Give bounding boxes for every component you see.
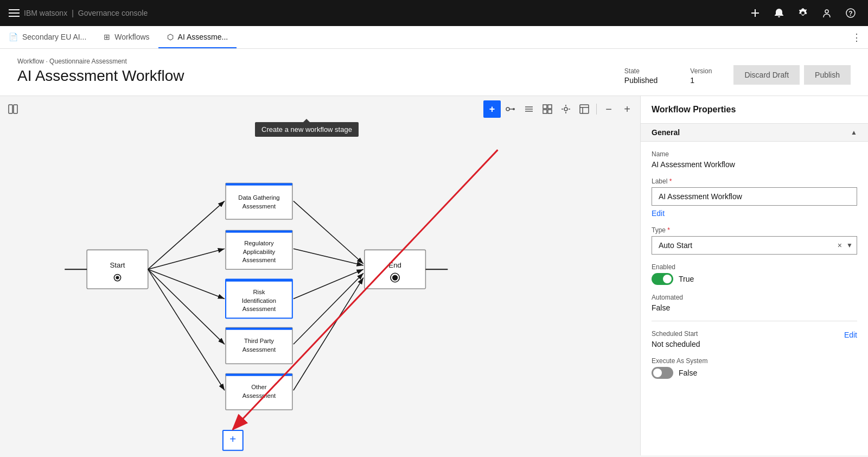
svg-point-55 (392, 275, 398, 280)
version-meta: Version 1 (690, 67, 712, 85)
svg-text:Regulatory: Regulatory (244, 240, 274, 246)
risk-identification-node: Risk Identification Assessment (226, 280, 292, 319)
execute-as-system-field: Execute As System False (652, 357, 857, 379)
tab-ai-assessment[interactable]: ⬡ AI Assessme... (158, 26, 237, 48)
workflow-icon: ⬡ (167, 33, 174, 41)
svg-text:Assessment: Assessment (242, 392, 276, 399)
breadcrumb: Workflow · Questionnaire Assessment (17, 58, 603, 65)
settings-icon[interactable] (794, 4, 812, 22)
canvas-toolbar: + − + (0, 96, 640, 122)
panel-title: Workflow Properties (641, 96, 868, 123)
zoom-in-tool[interactable]: + (618, 100, 636, 118)
add-stage-tool[interactable]: + (483, 100, 501, 118)
new-stage-node: + (223, 430, 243, 450)
add-icon[interactable] (746, 4, 764, 22)
third-party-node: Third Party Assessment (226, 328, 292, 364)
general-chevron-icon: ▲ (851, 129, 857, 136)
regulatory-node: Regulatory Applicability Assessment (226, 231, 292, 270)
topbar: IBM watsonx | Governance console ? (0, 0, 868, 26)
svg-point-3 (825, 10, 828, 13)
svg-rect-52 (365, 250, 426, 289)
svg-point-29 (116, 276, 119, 279)
svg-text:+: + (229, 433, 236, 445)
svg-rect-40 (226, 280, 292, 282)
tab-workflows[interactable]: ⊞ Workflows (95, 26, 158, 48)
svg-rect-49 (226, 374, 292, 376)
svg-text:Assessment: Assessment (242, 203, 276, 210)
tabs-more-button[interactable]: ⋮ (845, 26, 868, 48)
data-gathering-node: Data Gathering Assessment (226, 183, 292, 220)
enabled-field: Enabled True (652, 263, 857, 285)
label-field: Label Edit (652, 177, 857, 218)
svg-text:Other: Other (251, 384, 266, 390)
svg-text:Start: Start (110, 261, 125, 269)
toolbar-separator (596, 104, 597, 115)
publish-button[interactable]: Publish (804, 65, 851, 85)
connect-tool[interactable] (502, 100, 519, 118)
scheduled-edit-link[interactable]: Edit (844, 331, 857, 339)
hamburger-icon[interactable] (9, 8, 20, 18)
svg-line-63 (148, 269, 225, 390)
svg-text:Assessment: Assessment (242, 306, 276, 312)
svg-line-64 (293, 201, 363, 264)
grid-tool[interactable] (539, 100, 556, 118)
svg-line-62 (148, 269, 225, 344)
svg-point-18 (564, 107, 567, 111)
page-actions: Discard Draft Publish (733, 65, 851, 85)
brand: IBM watsonx | Governance console (9, 8, 148, 18)
svg-rect-0 (9, 9, 20, 10)
svg-line-65 (293, 249, 363, 265)
end-node: End (365, 250, 426, 289)
svg-text:Assessment: Assessment (242, 346, 276, 353)
execute-as-system-value: False (679, 369, 697, 377)
page-title: AI Assessment Workflow (17, 67, 603, 85)
user-icon[interactable] (818, 4, 835, 22)
scheduled-start-field: Scheduled Start Edit Not scheduled (652, 330, 857, 348)
general-section-header[interactable]: General ▲ (641, 123, 868, 142)
svg-rect-35 (226, 231, 292, 233)
divider (652, 321, 857, 321)
svg-rect-30 (226, 183, 292, 220)
help-icon[interactable]: ? (842, 4, 859, 22)
svg-rect-16 (543, 110, 547, 113)
other-assessment-node: Other Assessment (226, 374, 292, 410)
page-header: Workflow · Questionnaire Assessment AI A… (0, 49, 868, 96)
edit-label-link[interactable]: Edit (652, 209, 665, 218)
notification-icon[interactable] (770, 4, 788, 22)
canvas-area: + − + Create a new workflow stage (0, 96, 640, 455)
svg-rect-1 (9, 12, 20, 14)
table-tool[interactable] (576, 100, 593, 118)
state-meta: State Published (624, 67, 658, 85)
svg-text:Data Gathering: Data Gathering (238, 194, 279, 201)
doc-icon: 📄 (9, 33, 18, 41)
discard-draft-button[interactable]: Discard Draft (733, 65, 800, 85)
table-icon: ⊞ (104, 33, 110, 41)
enabled-toggle[interactable] (652, 273, 673, 285)
svg-rect-31 (226, 183, 292, 186)
svg-point-8 (506, 107, 509, 111)
plugin-tool[interactable] (557, 100, 575, 118)
enabled-value: True (679, 275, 694, 283)
tab-secondary-eu[interactable]: 📄 Secondary EU AI... (0, 26, 95, 48)
svg-rect-14 (543, 105, 547, 109)
execute-as-system-toggle[interactable] (652, 367, 673, 379)
label-input[interactable] (652, 187, 857, 206)
type-select[interactable]: Auto Start (652, 236, 857, 255)
tabbar: 📄 Secondary EU AI... ⊞ Workflows ⬡ AI As… (0, 26, 868, 49)
workflow-diagram: Start Data Gathering Assessment Regulat (0, 122, 640, 455)
main-content: + − + Create a new workflow stage (0, 96, 868, 455)
svg-rect-17 (548, 110, 552, 113)
zoom-out-tool[interactable]: − (600, 100, 617, 118)
type-clear-icon[interactable]: × (838, 241, 842, 250)
svg-text:Applicability: Applicability (243, 249, 276, 255)
svg-rect-45 (226, 328, 292, 330)
svg-text:Risk: Risk (253, 289, 265, 295)
svg-text:?: ? (848, 10, 852, 17)
list-tool[interactable] (520, 100, 538, 118)
svg-rect-2 (9, 16, 20, 17)
name-field: Name AI Assessment Workflow (652, 150, 857, 169)
svg-text:Third Party: Third Party (244, 338, 274, 344)
general-section-body: Name AI Assessment Workflow Label Edit T… (641, 142, 868, 388)
svg-text:Assessment: Assessment (242, 257, 276, 263)
svg-point-10 (513, 108, 515, 110)
